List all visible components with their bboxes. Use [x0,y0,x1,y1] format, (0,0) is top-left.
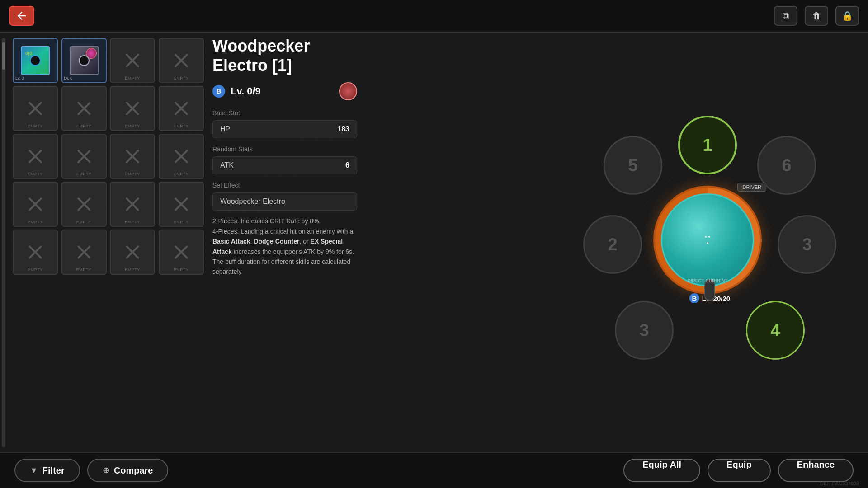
inventory-slot-14[interactable]: EMPTY [110,182,155,227]
inventory-slot-3[interactable]: EMPTY [159,38,204,83]
drive-slot-bottom-left[interactable]: 3 [615,301,674,360]
empty-x-mark [121,49,144,72]
back-icon [15,9,28,22]
disk-drive-panel: 5 1 6 DRIVER 2 DIRECT CURRENT 3 B [552,33,868,452]
random-stat-name: ATK [220,161,234,169]
inventory-slot-6[interactable]: EMPTY [110,86,155,131]
item-art: 0|0 [19,45,51,76]
inventory-slot-1[interactable]: Lv. 0 [61,38,107,83]
empty-slot-label: EMPTY [28,267,43,272]
compare-label: Compare [114,465,153,476]
drive-slot-5[interactable]: 5 [604,136,662,195]
empty-x-mark [170,193,193,216]
random-stat-value: 6 [345,161,349,169]
set-effect-name-box: Woodpecker Electro [212,192,357,211]
slot-6-label: 6 [782,156,791,175]
equip-all-label: Equip All [642,460,681,469]
inventory-slot-5[interactable]: EMPTY [61,86,107,131]
empty-x-mark [24,241,47,263]
slot-1-label: 1 [703,136,712,155]
detail-panel: Woodpecker Electro [1] B Lv. 0/9 Base St… [212,36,357,447]
trash-button[interactable]: 🗑 [805,6,828,26]
inventory-slot-18[interactable]: EMPTY [110,230,155,275]
empty-slot-label: EMPTY [174,220,189,224]
lock-button[interactable]: 🔒 [835,6,859,26]
item-lv-badge: Lv. 0 [64,76,73,80]
inventory-slot-11[interactable]: EMPTY [159,134,204,179]
empty-x-mark [121,193,144,216]
disk-art-2 [70,46,99,75]
drive-slot-4[interactable]: 4 [746,301,805,360]
filter-label: Filter [42,465,65,476]
empty-slot-label: EMPTY [28,172,43,176]
bottom-bar: ▼ Filter ⊕ Compare Equip All Equip Enhan… [0,452,868,488]
equip-label: Equip [726,460,752,469]
empty-x-mark [24,145,47,168]
inventory-slot-19[interactable]: EMPTY [159,230,204,275]
inventory-slot-12[interactable]: EMPTY [13,182,58,227]
empty-slot-label: EMPTY [76,172,92,176]
equip-button[interactable]: Equip [708,459,771,482]
empty-slot-label: EMPTY [174,267,189,272]
slot-5-label: 5 [628,156,637,175]
inventory-slot-9[interactable]: EMPTY [61,134,107,179]
empty-slot-label: EMPTY [28,124,43,128]
copy-button[interactable]: ⧉ [774,6,797,26]
disk-inner-label: DIRECT CURRENT [688,278,728,283]
set-effect-title: Set Effect [212,182,357,189]
empty-slot-label: EMPTY [76,267,92,272]
top-bar-right: ⧉ 🗑 🔒 [774,6,859,26]
inventory-slot-4[interactable]: EMPTY [13,86,58,131]
drive-slot-3[interactable]: 3 [778,215,836,274]
inventory-slot-10[interactable]: EMPTY [110,134,155,179]
base-stat-box: HP 183 [212,120,357,138]
trash-icon: 🗑 [812,11,821,21]
inventory-slot-0[interactable]: 0|0 Lv. 0 [13,38,58,83]
empty-x-mark [170,97,193,120]
empty-slot-label: EMPTY [125,76,140,80]
random-stat-box: ATK 6 [212,156,357,174]
disk-drive-container: 5 1 6 DRIVER 2 DIRECT CURRENT 3 B [579,111,841,373]
equip-all-button[interactable]: Equip All [623,459,700,482]
filter-icon: ▼ [30,466,38,475]
compare-button[interactable]: ⊕ Compare [87,459,169,482]
level-b-icon: B [212,85,225,98]
char-face [86,48,97,59]
empty-slot-label: EMPTY [174,76,189,80]
inventory-slot-16[interactable]: EMPTY [13,230,58,275]
lock-icon: 🔒 [842,10,853,21]
empty-slot-label: EMPTY [125,172,140,176]
empty-x-mark [170,241,193,263]
slot-4-label: 4 [770,321,780,340]
enhance-button[interactable]: Enhance [778,459,854,482]
filter-button[interactable]: ▼ Filter [14,459,80,482]
compare-icon: ⊕ [103,465,109,475]
empty-x-mark [73,241,95,263]
empty-x-mark [73,145,95,168]
empty-slot-label: EMPTY [174,124,189,128]
slot-2-label: 2 [608,235,617,254]
inventory-slot-17[interactable]: EMPTY [61,230,107,275]
slot-number: 0|0 [25,51,32,56]
drive-slot-2[interactable]: 2 [583,215,642,274]
empty-x-mark [170,145,193,168]
slot-3-label: 3 [802,235,811,254]
bottom-right-buttons: Equip All Equip Enhance [623,459,854,482]
random-stats-title: Random Stats [212,145,357,153]
inventory-slot-15[interactable]: EMPTY [159,182,204,227]
empty-x-mark [73,193,95,216]
empty-slot-label: EMPTY [125,220,140,224]
empty-slot-label: EMPTY [76,124,92,128]
slot-bl-label: 3 [639,321,649,340]
drive-slot-1[interactable]: 1 [678,116,737,174]
item-art [68,45,100,76]
base-stat-title: Base Stat [212,109,357,117]
inventory-slot-2[interactable]: EMPTY [110,38,155,83]
empty-x-mark [24,97,47,120]
back-button[interactable] [9,6,34,26]
inventory-slot-7[interactable]: EMPTY [159,86,204,131]
item-level-text: Lv. 0/9 [231,85,261,97]
inventory-slot-13[interactable]: EMPTY [61,182,107,227]
base-stat-name: HP [220,125,230,133]
inventory-slot-8[interactable]: EMPTY [13,134,58,179]
